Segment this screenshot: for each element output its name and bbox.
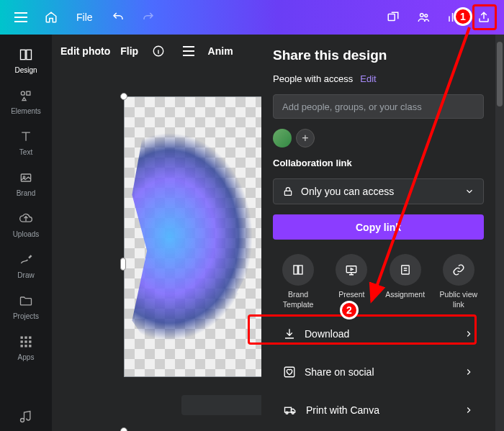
svg-rect-15: [21, 345, 23, 347]
resize-handle[interactable]: [120, 93, 127, 100]
svg-rect-10: [24, 337, 27, 339]
svg-rect-23: [299, 266, 302, 274]
sidebar-item-design[interactable]: Design: [0, 39, 52, 80]
apps-icon: [19, 335, 33, 349]
share-button[interactable]: [471, 4, 497, 30]
animate-button[interactable]: Anim: [209, 41, 229, 61]
flip-button[interactable]: Flip: [120, 45, 138, 57]
sidebar-item-audio[interactable]: [0, 401, 52, 431]
sidebar-label: Uploads: [13, 230, 40, 238]
menu-button[interactable]: [7, 4, 35, 31]
home-icon: [45, 11, 58, 24]
top-bar: File: [0, 0, 504, 35]
svg-point-1: [420, 14, 424, 17]
tile-label: Public view link: [433, 290, 484, 309]
share-icon: [477, 11, 490, 24]
info-icon: [152, 45, 165, 58]
canvas-checker: [124, 96, 275, 377]
collab-link-label: Collaboration link: [273, 158, 484, 168]
panel-title: Share this design: [273, 47, 484, 63]
svg-rect-25: [401, 266, 409, 274]
user-avatar[interactable]: [273, 129, 292, 148]
svg-point-5: [21, 91, 24, 95]
sidebar-item-apps[interactable]: Apps: [0, 326, 52, 367]
svg-rect-3: [21, 50, 26, 59]
chart-icon: [447, 11, 460, 24]
avatar-row: +: [273, 129, 484, 148]
resize-icon: [387, 11, 400, 24]
resize-button[interactable]: [380, 4, 406, 30]
resize-handle[interactable]: [120, 258, 126, 271]
menu-download[interactable]: Download: [273, 320, 484, 348]
edit-access-link[interactable]: Edit: [360, 73, 376, 84]
svg-rect-4: [27, 50, 32, 59]
list-button[interactable]: [179, 41, 199, 61]
resize-handle[interactable]: [120, 427, 127, 431]
assignment-icon: [399, 263, 412, 276]
svg-rect-22: [294, 266, 297, 274]
top-right-group: [380, 4, 497, 30]
access-label: People with access: [273, 73, 353, 84]
sidebar-item-brand[interactable]: Brand: [0, 162, 52, 203]
svg-rect-16: [24, 345, 27, 347]
sidebar-item-text[interactable]: Text: [0, 121, 52, 162]
tile-assignment[interactable]: Assignment: [380, 254, 431, 309]
chevron-down-icon: [464, 186, 474, 196]
sidebar-item-elements[interactable]: Elements: [0, 80, 52, 121]
svg-rect-21: [284, 191, 291, 195]
dropdown-value: Only you can access: [301, 186, 394, 197]
access-row: People with access Edit: [273, 73, 484, 84]
hamburger-icon: [14, 12, 27, 22]
sidebar-label: Elements: [11, 107, 41, 115]
svg-rect-27: [285, 407, 292, 412]
elements-icon: [18, 89, 34, 103]
menu-label: Download: [305, 328, 349, 340]
animate-label: Anim: [208, 45, 233, 57]
undo-icon: [112, 11, 125, 24]
undo-button[interactable]: [104, 4, 132, 31]
tile-present[interactable]: Present: [326, 254, 377, 309]
chevron-right-icon: [464, 367, 474, 377]
lock-icon: [282, 186, 294, 197]
sidebar-item-projects[interactable]: Projects: [0, 285, 52, 326]
tile-label: Present: [338, 290, 364, 300]
heart-icon: [283, 366, 296, 378]
menu-print[interactable]: Print with Canva: [273, 396, 484, 424]
share-panel: Share this design People with access Edi…: [261, 35, 495, 431]
collaborators-button[interactable]: [410, 4, 436, 30]
home-button[interactable]: [37, 4, 65, 31]
download-icon: [283, 327, 296, 340]
present-icon: [345, 263, 358, 276]
svg-rect-14: [29, 340, 31, 342]
sidebar-item-draw[interactable]: Draw: [0, 244, 52, 285]
copy-link-button[interactable]: Copy link: [273, 214, 484, 240]
add-people-input[interactable]: Add people, groups, or your class: [273, 94, 484, 119]
redo-button[interactable]: [135, 4, 162, 31]
tile-brand-template[interactable]: Brand Template: [273, 254, 323, 309]
tile-label: Brand Template: [273, 290, 323, 309]
menu-label: Share on social: [305, 366, 374, 378]
svg-rect-11: [29, 337, 31, 339]
file-menu[interactable]: File: [68, 12, 102, 23]
sidebar-item-uploads[interactable]: Uploads: [0, 203, 52, 244]
sidebar-label: Apps: [18, 353, 35, 361]
sidebar-label: Draw: [17, 271, 34, 279]
share-tiles: Brand Template Present Assignment Public…: [273, 254, 484, 309]
add-member-button[interactable]: +: [296, 129, 315, 148]
svg-rect-26: [284, 367, 294, 377]
menu-share-social[interactable]: Share on social: [273, 358, 484, 386]
insights-button[interactable]: [441, 4, 467, 30]
brand-icon: [18, 171, 34, 185]
left-sidebar: Design Elements Text Brand Uploads Draw …: [0, 35, 52, 431]
svg-rect-17: [29, 345, 31, 347]
text-icon: [19, 130, 33, 144]
info-button[interactable]: [148, 41, 168, 61]
svg-rect-9: [21, 337, 23, 339]
tile-public-link[interactable]: Public view link: [433, 254, 484, 309]
draw-icon: [18, 253, 34, 267]
canvas-selection[interactable]: [124, 96, 275, 431]
scroll-thumb[interactable]: [497, 42, 503, 106]
link-access-dropdown[interactable]: Only you can access: [273, 178, 484, 204]
scrollbar[interactable]: [495, 35, 504, 431]
edit-photo-button[interactable]: Edit photo: [60, 45, 110, 57]
